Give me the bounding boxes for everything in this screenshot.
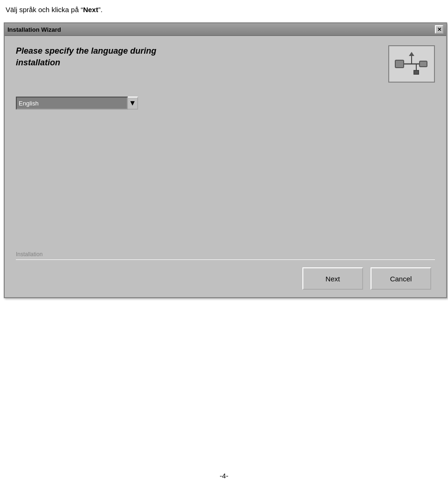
dialog-content: Please specify the language during insta… (5, 36, 446, 297)
installation-status-label: Installation (16, 251, 435, 258)
usb-icon-box (388, 45, 435, 83)
dialog-header: Please specify the language during insta… (16, 45, 435, 83)
dialog-heading: Please specify the language during insta… (16, 45, 156, 69)
page-instruction: Välj språk och klicka på “Next”. (6, 6, 103, 14)
instruction-text-bold: Next (83, 6, 98, 14)
language-select-wrapper: English Swedish German French Spanish ▼ (16, 97, 435, 110)
instruction-text-prefix: Välj språk och klicka på “ (6, 6, 83, 14)
close-button[interactable]: ✕ (435, 25, 443, 34)
title-bar: Installation Wizard ✕ (5, 23, 446, 36)
svg-rect-1 (395, 60, 404, 68)
svg-marker-4 (410, 53, 413, 56)
separator (16, 259, 435, 260)
svg-rect-2 (420, 61, 427, 67)
dropdown-arrow-button[interactable]: ▼ (128, 97, 138, 110)
cancel-button[interactable]: Cancel (371, 267, 431, 290)
dialog-bottom: Installation Next Cancel (5, 246, 446, 297)
instruction-text-suffix: ”. (98, 6, 102, 14)
chevron-down-icon: ▼ (129, 99, 136, 107)
svg-rect-6 (414, 70, 419, 74)
dialog-buttons: Next Cancel (16, 267, 435, 290)
separator-inner (16, 259, 435, 260)
usb-icon (393, 50, 430, 78)
language-dropdown[interactable]: English Swedish German French Spanish (16, 97, 128, 110)
next-button[interactable]: Next (302, 267, 363, 290)
dialog-title: Installation Wizard (7, 26, 61, 33)
page-number: -4- (220, 472, 228, 480)
installation-wizard-dialog: Installation Wizard ✕ Please specify the… (4, 22, 447, 298)
